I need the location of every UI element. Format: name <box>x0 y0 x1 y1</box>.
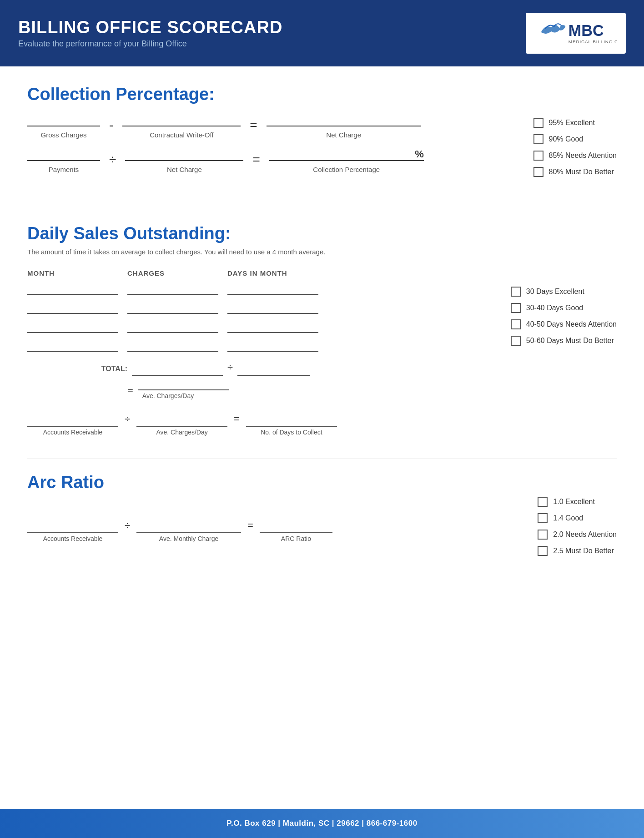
total-divisor-line <box>237 375 310 376</box>
formula-row-2: Payments ÷ Net Charge = % Collection Per… <box>27 152 515 173</box>
checkbox-label-50-60: 50-60 Days Must Do Better <box>526 337 614 345</box>
eq-op-arc: = <box>247 520 253 542</box>
checkbox-30-40[interactable]: 30-40 Days Good <box>511 303 617 313</box>
collection-pct-item: % Collection Percentage <box>269 160 424 173</box>
checkbox-box-30-40[interactable] <box>511 303 521 313</box>
charges-line-3 <box>127 320 218 333</box>
svg-text:MBC: MBC <box>569 22 604 39</box>
divide-op-arc: ÷ <box>125 520 130 542</box>
divider-1 <box>27 210 617 210</box>
checkbox-box-2-5[interactable] <box>538 546 548 556</box>
month-line-4 <box>27 339 118 352</box>
divide-operator-1: ÷ <box>109 152 116 173</box>
collection-body: Gross Charges - Contractual Write-Off = … <box>27 118 617 187</box>
arc-formula-row: Accounts Receivable ÷ Ave. Monthly Charg… <box>27 520 501 542</box>
gross-charges-item: Gross Charges <box>27 126 100 139</box>
payments-line <box>27 160 100 161</box>
ar-days-line <box>246 426 337 427</box>
arc-ar-label: Accounts Receivable <box>43 535 103 542</box>
checkbox-box-40-50[interactable] <box>511 319 521 329</box>
arc-body: Accounts Receivable ÷ Ave. Monthly Charg… <box>27 506 617 556</box>
mbc-logo: MBC MEDICAL BILLING CENTER <box>535 17 617 49</box>
checkbox-label-30-40: 30-40 Days Good <box>526 304 583 312</box>
net-charge2-item: Net Charge <box>125 160 243 173</box>
daily-checkboxes: 30 Days Excellent 30-40 Days Good 40-50 … <box>511 287 617 346</box>
checkbox-85[interactable]: 85% Needs Attention <box>533 151 617 161</box>
contractual-writeoff-label: Contractual Write-Off <box>150 131 213 139</box>
checkbox-label-2-5: 2.5 Must Do Better <box>553 547 614 555</box>
checkbox-95[interactable]: 95% Excellent <box>533 118 617 128</box>
checkbox-box-2-0[interactable] <box>538 530 548 540</box>
checkbox-1-4[interactable]: 1.4 Good <box>538 513 617 523</box>
days-line-3 <box>227 320 318 333</box>
daily-left: TOTAL: ÷ = Ave. Charges/Day <box>27 282 483 436</box>
equals-operator-1: = <box>250 118 257 139</box>
checkbox-label-1-4: 1.4 Good <box>553 514 583 522</box>
payments-item: Payments <box>27 160 100 173</box>
checkbox-40-50[interactable]: 40-50 Days Needs Attention <box>511 319 617 329</box>
days-col-label: DAYS IN MONTH <box>227 269 287 277</box>
checkbox-box-1-4[interactable] <box>538 513 548 523</box>
total-line <box>132 375 223 376</box>
gross-charges-line <box>27 126 100 126</box>
checkbox-1-0[interactable]: 1.0 Excellent <box>538 497 617 507</box>
checkbox-2-0[interactable]: 2.0 Needs Attention <box>538 530 617 540</box>
page-footer: P.O. Box 629 | Mauldin, SC | 29662 | 866… <box>0 809 644 838</box>
net-charge-label: Net Charge <box>326 131 361 139</box>
eq-op-avg: = <box>127 385 133 399</box>
data-row-4 <box>27 339 483 352</box>
daily-description: The amount of time it takes on average t… <box>27 248 617 256</box>
charges-col-label: CHARGES <box>127 269 165 277</box>
days-line-1 <box>227 282 318 295</box>
checkbox-2-5[interactable]: 2.5 Must Do Better <box>538 546 617 556</box>
arc-left: Accounts Receivable ÷ Ave. Monthly Charg… <box>27 506 501 542</box>
col-month-header: MONTH <box>27 269 127 278</box>
data-row-2 <box>27 301 483 314</box>
daily-title: Daily Sales Outstanding: <box>27 224 617 243</box>
checkbox-label-95: 95% Excellent <box>549 119 595 127</box>
checkbox-80[interactable]: 80% Must Do Better <box>533 167 617 177</box>
arc-checkboxes: 1.0 Excellent 1.4 Good 2.0 Needs Attenti… <box>538 497 617 556</box>
checkbox-30[interactable]: 30 Days Excellent <box>511 287 617 297</box>
total-label: TOTAL: <box>27 365 127 376</box>
checkbox-90[interactable]: 90% Good <box>533 134 617 144</box>
net-charge2-label: Net Charge <box>167 166 202 173</box>
main-content: Collection Percentage: Gross Charges - C… <box>0 66 644 592</box>
arc-ratio-label: ARC Ratio <box>281 535 311 542</box>
ar-formula-row: Accounts Receivable ÷ Ave. Charges/Day =… <box>27 413 483 436</box>
arc-ar-line <box>27 532 118 533</box>
contractual-writeoff-item: Contractual Write-Off <box>122 126 241 139</box>
data-row-3 <box>27 320 483 333</box>
checkbox-box-80[interactable] <box>533 167 543 177</box>
logo-area: MBC MEDICAL BILLING CENTER <box>526 13 626 54</box>
collection-pct-label: Collection Percentage <box>313 166 380 173</box>
checkbox-box-90[interactable] <box>533 134 543 144</box>
divider-2 <box>27 459 617 459</box>
checkbox-50-60[interactable]: 50-60 Days Must Do Better <box>511 336 617 346</box>
payments-label: Payments <box>49 166 79 173</box>
days-line-2 <box>227 301 318 314</box>
checkbox-box-1-0[interactable] <box>538 497 548 507</box>
collection-checkboxes: 95% Excellent 90% Good 85% Needs Attenti… <box>533 118 617 177</box>
days-line-4 <box>227 339 318 352</box>
col-days-header: DAYS IN MONTH <box>227 269 327 278</box>
checkbox-box-95[interactable] <box>533 118 543 128</box>
checkbox-box-85[interactable] <box>533 151 543 161</box>
total-row: TOTAL: ÷ <box>27 361 483 376</box>
ar-label: Accounts Receivable <box>43 429 103 436</box>
divide-op-total: ÷ <box>227 361 233 376</box>
checkbox-box-30[interactable] <box>511 287 521 297</box>
checkbox-label-80: 80% Must Do Better <box>549 168 614 176</box>
charges-line-1 <box>127 282 218 295</box>
avg-line <box>138 389 229 390</box>
minus-operator-1: - <box>109 118 113 139</box>
net-charge2-line <box>125 160 243 161</box>
data-row-1 <box>27 282 483 295</box>
collection-pct-line <box>269 160 424 161</box>
checkbox-label-90: 90% Good <box>549 135 584 143</box>
checkbox-label-40-50: 40-50 Days Needs Attention <box>526 320 617 328</box>
charges-line-2 <box>127 301 218 314</box>
collection-formulas: Gross Charges - Contractual Write-Off = … <box>27 118 515 187</box>
formula-row-1: Gross Charges - Contractual Write-Off = … <box>27 118 515 139</box>
checkbox-box-50-60[interactable] <box>511 336 521 346</box>
